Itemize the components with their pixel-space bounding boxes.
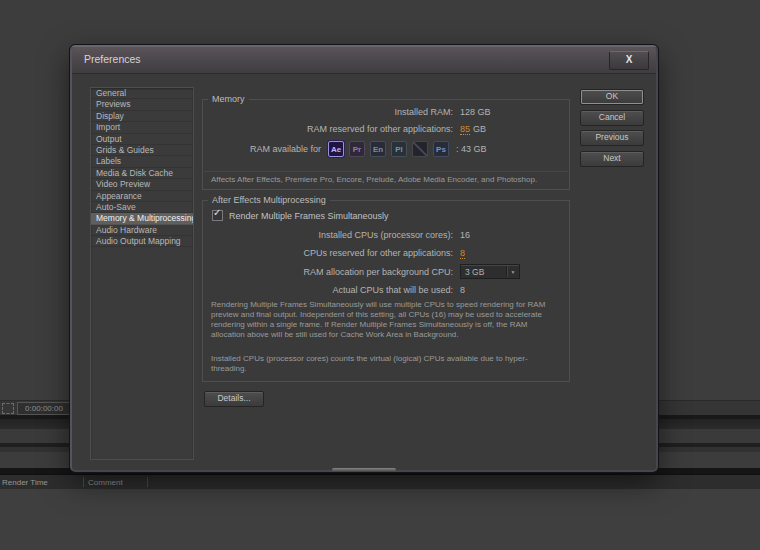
sidebar-item-previews[interactable]: Previews xyxy=(91,99,193,110)
column-divider[interactable] xyxy=(147,477,148,487)
ram-reserved-label: RAM reserved for other applications: xyxy=(203,124,453,134)
resize-grip[interactable] xyxy=(332,468,396,471)
cpus-reserved-value[interactable]: 8 xyxy=(460,248,465,259)
ram-available-label: RAM available for xyxy=(203,144,321,154)
ram-allocation-selected: 3 GB xyxy=(461,267,506,277)
previous-button[interactable]: Previous xyxy=(580,130,644,146)
column-divider[interactable] xyxy=(83,477,84,487)
chevron-down-icon[interactable]: ▼ xyxy=(507,269,519,275)
installed-ram-label: Installed RAM: xyxy=(203,107,453,117)
current-time-display[interactable]: 0:00:00:00 xyxy=(17,402,71,415)
multiprocessing-group: After Effects Multiprocessing ✓ Render M… xyxy=(202,200,570,382)
render-multiple-frames-checkbox[interactable]: ✓ xyxy=(212,210,223,221)
ram-available-row: RAM available for Ae Pr En Pl Ps : 43 GB xyxy=(203,141,559,157)
cancel-button[interactable]: Cancel xyxy=(580,110,644,126)
memory-group-label: Memory xyxy=(208,94,249,104)
close-button[interactable]: X xyxy=(609,51,649,70)
installed-cpus-value: 16 xyxy=(460,230,559,240)
actual-cpus-value: 8 xyxy=(460,285,559,295)
column-comment[interactable]: Comment xyxy=(88,478,123,487)
ram-reserved-row: RAM reserved for other applications: 85G… xyxy=(203,124,559,134)
sidebar-item-media-disk-cache[interactable]: Media & Disk Cache xyxy=(91,168,193,179)
installed-cpus-label: Installed CPUs (processor cores): xyxy=(203,230,453,240)
ram-reserved-unit: GB xyxy=(473,124,486,134)
dialog-titlebar[interactable]: Preferences X xyxy=(72,47,656,74)
multiprocessing-note-1: Rendering Multiple Frames Simultaneously… xyxy=(211,300,559,340)
ram-allocation-row: RAM allocation per background CPU: 3 GB … xyxy=(203,264,559,279)
installed-ram-value: 128 GB xyxy=(460,107,559,117)
next-button[interactable]: Next xyxy=(580,151,644,167)
preferences-category-list: General Previews Display Import Output G… xyxy=(90,87,194,460)
checkmark-icon: ✓ xyxy=(213,207,221,218)
premiere-pro-icon: Pr xyxy=(349,141,365,157)
preferences-dialog: Preferences X General Previews Display I… xyxy=(70,45,658,472)
sidebar-item-display[interactable]: Display xyxy=(91,111,193,122)
encore-icon: En xyxy=(370,141,386,157)
dialog-title: Preferences xyxy=(84,53,141,65)
photoshop-icon: Ps xyxy=(433,141,449,157)
sidebar-item-audio-hardware[interactable]: Audio Hardware xyxy=(91,225,193,236)
installed-cpus-row: Installed CPUs (processor cores): 16 xyxy=(203,230,559,240)
media-encoder-icon xyxy=(412,141,428,157)
memory-group: Memory Installed RAM: 128 GB RAM reserve… xyxy=(202,99,570,190)
cpus-reserved-label: CPUs reserved for other applications: xyxy=(203,248,453,258)
ram-allocation-dropdown[interactable]: 3 GB ▼ xyxy=(460,264,520,279)
render-multiple-frames-row: ✓ Render Multiple Frames Simultaneously xyxy=(212,210,389,221)
prelude-icon: Pl xyxy=(391,141,407,157)
actual-cpus-label: Actual CPUs that will be used: xyxy=(203,285,453,295)
details-button[interactable]: Details... xyxy=(204,391,264,407)
actual-cpus-row: Actual CPUs that will be used: 8 xyxy=(203,285,559,295)
sidebar-item-auto-save[interactable]: Auto-Save xyxy=(91,202,193,213)
ram-reserved-value[interactable]: 85 xyxy=(460,124,470,135)
app-icon-strip: Ae Pr En Pl Ps xyxy=(328,141,449,157)
sidebar-item-general[interactable]: General xyxy=(91,88,193,99)
installed-ram-row: Installed RAM: 128 GB xyxy=(203,107,559,117)
sidebar-item-output[interactable]: Output xyxy=(91,134,193,145)
group-divider xyxy=(204,171,568,172)
sidebar-item-video-preview[interactable]: Video Preview xyxy=(91,179,193,190)
render-queue-body xyxy=(0,489,760,550)
render-multiple-frames-label: Render Multiple Frames Simultaneously xyxy=(229,211,389,221)
memory-footnote: Affects After Effects, Premiere Pro, Enc… xyxy=(211,175,559,185)
sidebar-item-grids-guides[interactable]: Grids & Guides xyxy=(91,145,193,156)
sidebar-item-memory-multiprocessing[interactable]: Memory & Multiprocessing xyxy=(91,213,193,224)
work-area-icon[interactable] xyxy=(2,403,14,414)
sidebar-item-audio-output-mapping[interactable]: Audio Output Mapping xyxy=(91,236,193,247)
multiprocessing-group-label: After Effects Multiprocessing xyxy=(208,195,330,205)
sidebar-item-import[interactable]: Import xyxy=(91,122,193,133)
after-effects-app: Render Time Comment 0:00:00:00 Preferenc… xyxy=(0,0,760,550)
ram-available-value: : 43 GB xyxy=(456,144,487,154)
ram-allocation-label: RAM allocation per background CPU: xyxy=(203,267,453,277)
column-render-time[interactable]: Render Time xyxy=(2,478,48,487)
cpus-reserved-row: CPUs reserved for other applications: 8 xyxy=(203,248,559,258)
after-effects-icon: Ae xyxy=(328,141,344,157)
sidebar-item-appearance[interactable]: Appearance xyxy=(91,191,193,202)
sidebar-item-labels[interactable]: Labels xyxy=(91,156,193,167)
multiprocessing-note-2: Installed CPUs (processor cores) counts … xyxy=(211,354,559,374)
ok-button[interactable]: OK xyxy=(580,89,644,105)
